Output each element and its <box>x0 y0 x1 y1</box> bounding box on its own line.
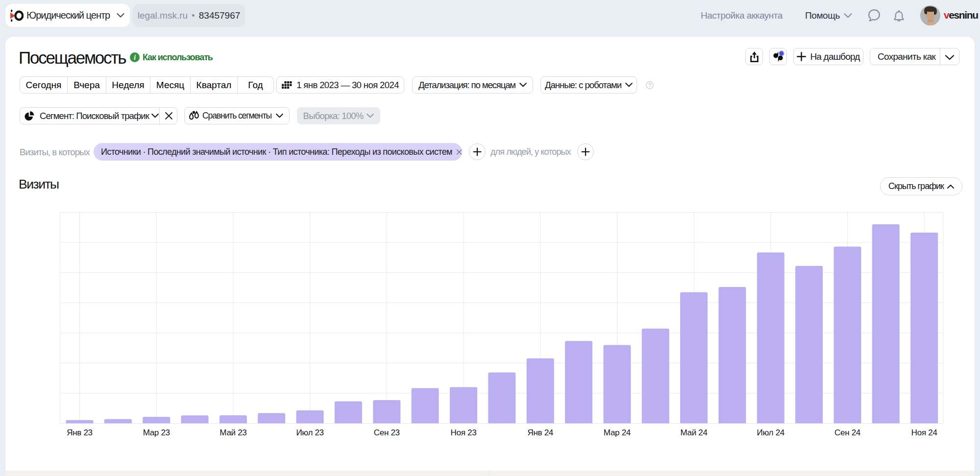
svg-text:Мар 24: Мар 24 <box>604 428 631 437</box>
svg-text:Ноя 23: Ноя 23 <box>451 428 477 437</box>
svg-text:Янв 23: Янв 23 <box>67 428 93 437</box>
svg-text:Янв 24: Янв 24 <box>527 428 553 437</box>
svg-text:Ноя 24: Ноя 24 <box>911 428 937 437</box>
svg-text:Июл 24: Июл 24 <box>757 428 784 437</box>
svg-text:Май 24: Май 24 <box>681 428 708 437</box>
svg-text:Мар 23: Мар 23 <box>143 428 170 437</box>
svg-text:Сен 24: Сен 24 <box>834 428 860 437</box>
svg-text:Июл 23: Июл 23 <box>296 428 323 437</box>
svg-text:Май 23: Май 23 <box>220 428 246 437</box>
svg-text:Сен 23: Сен 23 <box>374 428 400 437</box>
